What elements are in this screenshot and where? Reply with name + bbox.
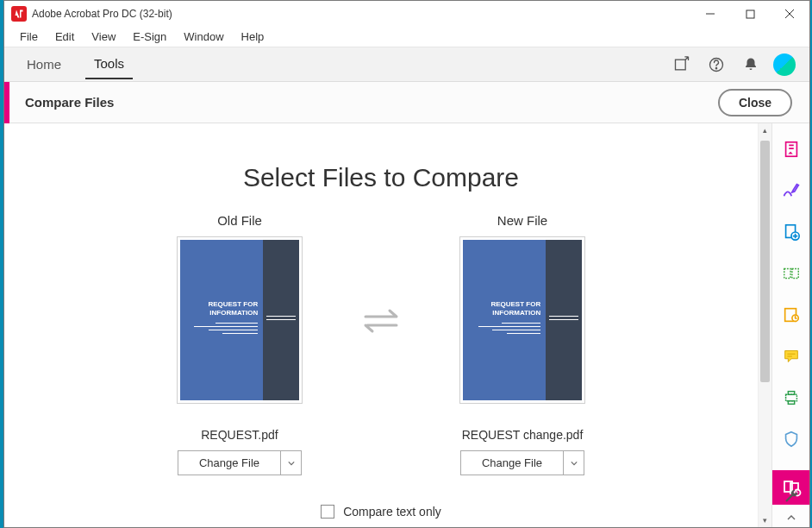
help-icon[interactable] [703,51,730,79]
old-change-file-group: Change File [178,450,302,475]
create-pdf-icon[interactable] [781,222,802,242]
fill-sign-icon[interactable] [781,180,802,201]
svg-rect-11 [791,269,797,279]
organize-icon[interactable] [781,263,802,284]
chevron-up-icon[interactable] [781,512,802,524]
tool-title: Compare Files [25,95,718,110]
swap-icon[interactable] [360,306,402,339]
tool-accent [4,82,9,123]
compare-text-only-label: Compare text only [343,505,441,519]
svg-rect-1 [746,10,754,18]
vertical-scrollbar[interactable]: ▴ ▾ [758,123,771,527]
sticky-note-icon[interactable] [781,346,802,367]
scroll-thumb[interactable] [760,141,770,382]
tab-tools[interactable]: Tools [85,49,133,79]
tool-header: Compare Files Close [4,82,809,123]
new-file-thumbnail[interactable]: REQUEST FORINFORMATION [459,236,585,404]
old-filename: REQUEST.pdf [201,428,278,442]
compare-row: Old File REQUEST FORINFORMATION [4,213,758,475]
main-content: Select Files to Compare Old File REQUEST… [4,123,758,527]
new-change-file-button[interactable]: Change File [460,450,564,475]
app-icon [11,6,27,22]
menu-window[interactable]: Window [175,28,232,45]
new-file-column: New File REQUEST FORINFORMATION [436,213,609,475]
old-file-label: Old File [217,213,262,228]
window-controls [690,1,809,27]
svg-rect-7 [785,142,796,157]
maximize-button[interactable] [730,1,770,27]
wrench-icon[interactable] [781,486,802,506]
compare-heading: Select Files to Compare [4,163,758,192]
svg-rect-16 [788,401,794,405]
scroll-up-arrow[interactable]: ▴ [759,123,771,137]
minimize-button[interactable] [690,1,730,27]
close-window-button[interactable] [770,1,809,27]
new-filename: REQUEST change.pdf [462,428,584,442]
old-change-file-button[interactable]: Change File [178,450,281,475]
svg-rect-15 [788,392,794,395]
share-icon[interactable] [668,51,696,79]
svg-point-6 [715,67,716,68]
old-change-file-dropdown[interactable] [281,450,302,475]
close-tool-button[interactable]: Close [718,89,792,116]
menu-edit[interactable]: Edit [47,28,83,45]
comment-icon[interactable] [781,305,802,325]
body-area: Select Files to Compare Old File REQUEST… [4,123,809,527]
svg-rect-10 [784,269,790,279]
compare-text-only-checkbox[interactable] [321,505,334,519]
new-change-file-dropdown[interactable] [564,450,584,475]
tab-home[interactable]: Home [18,50,70,79]
old-file-column: Old File REQUEST FORINFORMATION [153,213,326,475]
swap-column [360,239,402,406]
menu-esign[interactable]: E-Sign [124,28,175,45]
right-tool-rail [771,123,809,527]
avatar[interactable] [773,53,796,76]
protect-icon[interactable] [781,429,802,449]
menubar: File Edit View E-Sign Window Help [4,27,809,47]
export-pdf-icon[interactable] [781,139,802,160]
new-change-file-group: Change File [460,450,584,475]
scroll-down-arrow[interactable]: ▾ [759,513,771,527]
tabbar: Home Tools [4,47,809,82]
titlebar: Adobe Acrobat Pro DC (32-bit) [4,1,809,27]
bell-icon[interactable] [737,51,765,79]
print-production-icon[interactable] [781,387,802,408]
menu-help[interactable]: Help [233,28,273,45]
menu-view[interactable]: View [83,28,124,45]
app-window: Adobe Acrobat Pro DC (32-bit) File Edit … [3,0,810,528]
new-file-label: New File [497,213,547,228]
compare-text-only-row: Compare text only [4,505,758,519]
svg-rect-4 [676,60,686,70]
old-file-thumbnail[interactable]: REQUEST FORINFORMATION [177,236,303,404]
window-title: Adobe Acrobat Pro DC (32-bit) [32,8,690,20]
menu-file[interactable]: File [11,28,47,45]
svg-rect-14 [785,394,796,400]
